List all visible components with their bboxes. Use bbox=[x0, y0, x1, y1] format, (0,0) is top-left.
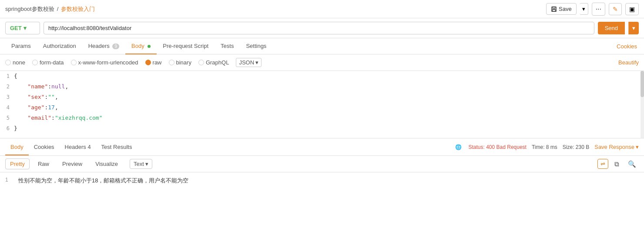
resp-tab-test-results[interactable]: Test Results bbox=[96, 139, 138, 155]
fmt-pretty[interactable]: Pretty bbox=[5, 158, 30, 169]
beautify-button[interactable]: Beautify bbox=[618, 59, 639, 66]
breadcrumb-separator: / bbox=[57, 6, 59, 12]
tab-headers[interactable]: Headers 9 bbox=[82, 38, 125, 54]
code-line-4: 4 "age":17, bbox=[0, 102, 644, 113]
body-active-dot bbox=[148, 45, 151, 48]
radio-form-data bbox=[32, 60, 38, 65]
response-format-bar: Pretty Raw Preview Visualize Text ▾ ⇌ ⧉ … bbox=[0, 156, 644, 172]
radio-urlencoded bbox=[71, 60, 77, 65]
tab-params[interactable]: Params bbox=[5, 38, 37, 54]
radio-binary bbox=[169, 60, 174, 65]
comment-button[interactable]: ▣ bbox=[625, 3, 639, 15]
method-chevron: ▾ bbox=[23, 25, 27, 31]
tab-pre-request[interactable]: Pre-request Script bbox=[157, 38, 215, 54]
send-chevron-icon: ▾ bbox=[632, 25, 635, 31]
opt-binary[interactable]: binary bbox=[169, 59, 191, 66]
resp-line-num: 1 bbox=[5, 177, 14, 183]
search-button[interactable]: 🔍 bbox=[625, 159, 639, 169]
tab-body[interactable]: Body bbox=[125, 38, 157, 54]
radio-none bbox=[5, 60, 11, 65]
code-line-2: 2 "name":null, bbox=[0, 81, 644, 92]
tab-tests[interactable]: Tests bbox=[215, 38, 240, 54]
opt-urlencoded[interactable]: x-www-form-urlencoded bbox=[71, 59, 138, 66]
method-value: GET bbox=[10, 25, 22, 31]
code-editor[interactable]: 1 { 2 "name":null, 3 "sex":"", 4 "age":1… bbox=[0, 71, 644, 138]
text-type-select[interactable]: Text ▾ bbox=[130, 159, 152, 169]
opt-graphql[interactable]: GraphQL bbox=[198, 59, 229, 66]
copy-button[interactable]: ⧉ bbox=[612, 159, 622, 169]
send-dropdown-button[interactable]: ▾ bbox=[628, 22, 639, 34]
tab-settings[interactable]: Settings bbox=[240, 38, 272, 54]
wrap-button[interactable]: ⇌ bbox=[597, 159, 608, 169]
tab-authorization[interactable]: Authorization bbox=[37, 38, 82, 54]
save-response-button[interactable]: Save Response ▾ bbox=[594, 144, 639, 150]
wrap-icon: ⇌ bbox=[600, 161, 605, 167]
resp-headers-badge: 4 bbox=[87, 144, 91, 150]
body-options-bar: none form-data x-www-form-urlencoded raw… bbox=[0, 54, 644, 71]
breadcrumb-current[interactable]: 参数校验入门 bbox=[61, 5, 95, 13]
top-actions: Save ▾ ··· ✎ ▣ bbox=[546, 3, 639, 16]
url-bar: GET ▾ Send ▾ bbox=[0, 18, 644, 38]
radio-graphql bbox=[198, 60, 204, 65]
breadcrumb-parent[interactable]: springboot参数校验 bbox=[5, 5, 54, 13]
resp-body-content: 性别不能为空，年龄不能小于18，邮箱格式不正确，用户名不能为空 bbox=[18, 177, 188, 185]
size-info: Size: 230 B bbox=[563, 144, 589, 150]
svg-rect-2 bbox=[553, 9, 556, 11]
edit-button[interactable]: ✎ bbox=[609, 3, 622, 15]
save-response-chevron: ▾ bbox=[636, 144, 639, 150]
svg-rect-1 bbox=[553, 7, 555, 8]
opt-raw[interactable]: raw bbox=[145, 59, 162, 66]
editor-scrollbar-thumb bbox=[641, 71, 644, 97]
cookies-link[interactable]: Cookies bbox=[615, 39, 639, 54]
opt-form-data[interactable]: form-data bbox=[32, 59, 64, 66]
fmt-preview[interactable]: Preview bbox=[57, 158, 87, 169]
opt-none[interactable]: none bbox=[5, 59, 25, 66]
request-tab-bar: Params Authorization Headers 9 Body Pre-… bbox=[0, 38, 644, 54]
text-chevron: ▾ bbox=[145, 161, 148, 167]
globe-icon: 🌐 bbox=[455, 144, 462, 150]
status-badge: Status: 400 Bad Request bbox=[469, 144, 527, 150]
save-dropdown-button[interactable]: ▾ bbox=[580, 3, 588, 15]
response-line-1: 1 性别不能为空，年龄不能小于18，邮箱格式不正确，用户名不能为空 bbox=[5, 177, 639, 185]
chevron-down-icon: ▾ bbox=[582, 6, 585, 12]
code-line-1: 1 { bbox=[0, 71, 644, 81]
headers-badge: 9 bbox=[112, 44, 119, 49]
more-button[interactable]: ··· bbox=[592, 3, 605, 16]
json-type-select[interactable]: JSON ▾ bbox=[236, 58, 262, 67]
url-input[interactable] bbox=[44, 22, 594, 34]
radio-raw bbox=[145, 60, 151, 65]
resp-tab-body[interactable]: Body bbox=[5, 139, 29, 155]
fmt-visualize[interactable]: Visualize bbox=[91, 158, 123, 169]
response-tab-bar: Body Cookies Headers 4 Test Results 🌐 St… bbox=[0, 138, 644, 156]
resp-tab-headers[interactable]: Headers 4 bbox=[60, 139, 96, 155]
code-line-3: 3 "sex":"", bbox=[0, 92, 644, 102]
code-line-6: 6 } bbox=[0, 123, 644, 134]
method-select[interactable]: GET ▾ bbox=[5, 22, 40, 34]
editor-scrollbar[interactable] bbox=[641, 71, 644, 138]
breadcrumb: springboot参数校验 / 参数校验入门 bbox=[5, 5, 95, 13]
json-chevron: ▾ bbox=[255, 59, 258, 66]
save-label: Save bbox=[559, 6, 572, 12]
save-button[interactable]: Save bbox=[546, 3, 577, 15]
response-body: 1 性别不能为空，年龄不能小于18，邮箱格式不正确，用户名不能为空 bbox=[0, 172, 644, 199]
resp-tab-cookies[interactable]: Cookies bbox=[29, 139, 60, 155]
status-info: 🌐 Status: 400 Bad Request Time: 8 ms Siz… bbox=[455, 144, 639, 150]
top-bar: springboot参数校验 / 参数校验入门 Save ▾ ··· ✎ ▣ bbox=[0, 0, 644, 18]
fmt-raw[interactable]: Raw bbox=[33, 158, 54, 169]
code-line-5: 5 "email":"xiezhrqq.com" bbox=[0, 113, 644, 123]
time-info: Time: 8 ms bbox=[532, 144, 557, 150]
send-button[interactable]: Send bbox=[598, 22, 625, 34]
